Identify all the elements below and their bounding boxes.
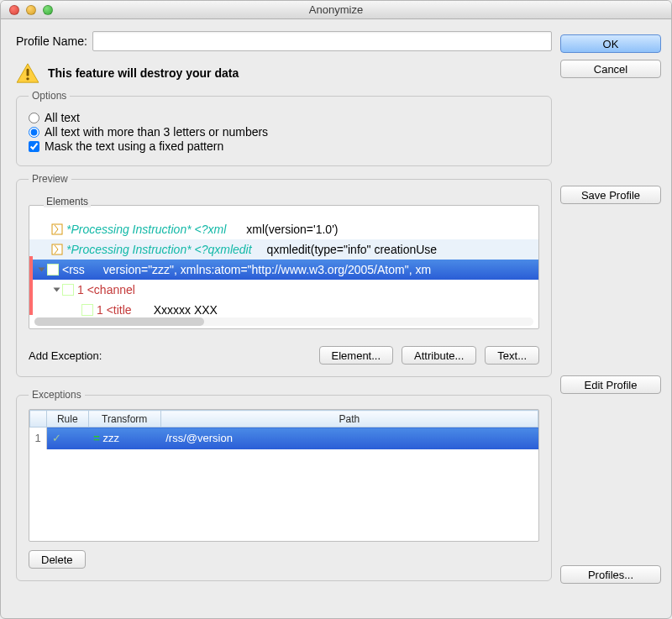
add-attribute-button[interactable]: Attribute... — [402, 346, 476, 365]
option-mask-fixed[interactable]: Mask the text using a fixed pattern — [29, 139, 539, 153]
checkbox-mask-fixed[interactable] — [29, 141, 39, 152]
col-path[interactable]: Path — [160, 411, 538, 428]
cancel-button[interactable]: Cancel — [560, 60, 661, 78]
equals-icon: = — [93, 432, 100, 444]
close-icon[interactable] — [9, 5, 19, 15]
option-more-than-3[interactable]: All text with more than 3 letters or num… — [29, 125, 539, 139]
disclosure-icon[interactable] — [54, 288, 60, 292]
save-profile-button[interactable]: Save Profile — [560, 186, 661, 204]
anonymize-dialog: Anonymize Profile Name: This feature wil… — [0, 0, 672, 619]
check-icon: ✓ — [52, 432, 64, 444]
tree-row-pi-xml[interactable]: *Processing Instruction* <?xml xml(versi… — [29, 219, 538, 239]
svg-rect-3 — [52, 224, 62, 234]
tree-row-channel[interactable]: 1 <channel — [29, 280, 538, 300]
col-transform[interactable]: Transform — [88, 411, 160, 428]
zoom-icon[interactable] — [43, 5, 53, 15]
profiles-button[interactable]: Profiles... — [560, 565, 661, 584]
col-rule[interactable]: Rule — [46, 411, 88, 428]
profile-name-input[interactable] — [92, 31, 552, 51]
elements-tree[interactable]: *Processing Instruction* <?xml xml(versi… — [29, 205, 539, 329]
edit-profile-button[interactable]: Edit Profile — [560, 375, 661, 394]
tree-row-rss[interactable]: <rss version="zzz", xmlns:atom="http://w… — [29, 260, 538, 280]
svg-rect-1 — [27, 69, 29, 76]
row-index: 1 — [30, 428, 47, 449]
window-title: Anonymize — [1, 1, 671, 19]
exceptions-table-frame: Rule Transform Path 1 ✓ = zzz /rss/@vers… — [29, 409, 539, 542]
options-legend: Options — [29, 90, 70, 102]
add-element-button[interactable]: Element... — [319, 346, 394, 365]
tree-row-pi-qxmledit[interactable]: *Processing Instruction* <?qxmledit qxml… — [29, 239, 538, 260]
exceptions-legend: Exceptions — [29, 389, 85, 401]
side-buttons: OK Cancel Save Profile Edit Profile Prof… — [560, 31, 661, 608]
elements-legend: Elements — [44, 196, 91, 207]
radio-more-than-3[interactable] — [29, 127, 39, 138]
minimize-icon[interactable] — [26, 5, 36, 15]
warning-text: This feature will destroy your data — [48, 66, 239, 80]
radio-all-text[interactable] — [29, 113, 39, 123]
profile-name-label: Profile Name: — [16, 34, 87, 48]
horizontal-scrollbar[interactable] — [34, 317, 533, 326]
add-exception-label: Add Exception: — [29, 349, 102, 362]
titlebar: Anonymize — [1, 1, 671, 19]
pi-icon — [51, 244, 63, 255]
element-icon — [47, 264, 59, 275]
svg-rect-4 — [52, 244, 62, 254]
change-marker — [29, 256, 33, 315]
svg-point-2 — [26, 77, 29, 80]
pi-icon — [51, 223, 63, 235]
preview-legend: Preview — [29, 173, 71, 185]
element-icon — [62, 284, 74, 296]
table-row[interactable]: 1 ✓ = zzz /rss/@version — [30, 428, 538, 449]
exceptions-table[interactable]: Rule Transform Path 1 ✓ = zzz /rss/@vers… — [29, 410, 538, 449]
option-all-text[interactable]: All text — [29, 111, 539, 124]
warning-icon — [16, 63, 39, 83]
delete-exception-button[interactable]: Delete — [29, 550, 86, 569]
add-text-button[interactable]: Text... — [485, 346, 539, 365]
disclosure-icon[interactable] — [39, 268, 45, 272]
exceptions-group: Exceptions Rule Transform Path — [16, 389, 552, 581]
scrollbar-thumb[interactable] — [34, 317, 204, 326]
window-controls — [1, 5, 53, 15]
preview-group: Preview Elements *Processing Instruction… — [16, 173, 552, 377]
element-icon — [81, 304, 93, 316]
options-group: Options All text All text with more than… — [16, 90, 552, 166]
ok-button[interactable]: OK — [560, 34, 661, 53]
